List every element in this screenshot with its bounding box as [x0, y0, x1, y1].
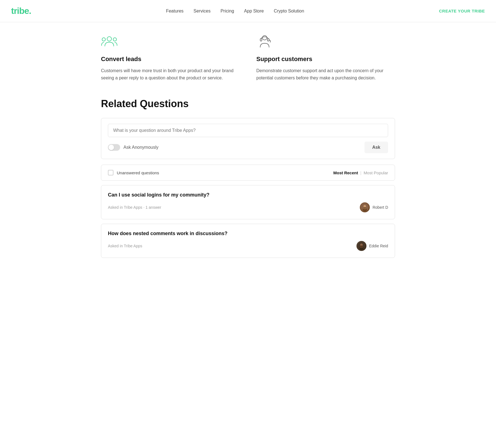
avatar-eddie — [356, 241, 366, 251]
question-meta-left-1: Asked in Tribe Apps · 1 answer — [108, 205, 161, 210]
anon-label: Ask Anonymously — [123, 145, 158, 150]
unanswered-label: Unanswered questions — [117, 170, 159, 175]
question-input[interactable] — [108, 124, 388, 137]
question-text-1: Can I use social logins for my community… — [108, 192, 388, 198]
people-icon — [101, 33, 118, 50]
svg-point-10 — [363, 207, 366, 209]
logo[interactable]: tribe. — [11, 6, 31, 16]
username-robert: Robert D — [373, 205, 388, 210]
svg-point-15 — [360, 246, 363, 248]
logo-dot: . — [29, 6, 31, 16]
toggle-knob — [108, 145, 114, 150]
question-meta-2: Asked in Tribe Apps Eddie Reid — [108, 241, 388, 251]
question-text-2: How does nested comments work in discuss… — [108, 231, 388, 236]
question-actions: Ask Anonymously Ask — [108, 142, 388, 153]
question-card-1[interactable]: Can I use social logins for my community… — [101, 185, 395, 219]
feature-support-customers-title: Support customers — [256, 56, 395, 63]
avatar-robert — [360, 202, 370, 212]
question-card-2[interactable]: How does nested comments work in discuss… — [101, 224, 395, 258]
feature-support-customers: Support customers Demonstrate customer s… — [256, 33, 395, 81]
question-meta-1: Asked in Tribe Apps · 1 answer Robert D — [108, 202, 388, 212]
main-content: Convert leads Customers will have more t… — [90, 22, 406, 279]
nav-item-services[interactable]: Services — [194, 9, 211, 14]
sort-most-popular[interactable]: Most Popular — [364, 170, 388, 175]
anon-row: Ask Anonymously — [108, 144, 158, 151]
logo-text: tribe — [11, 6, 29, 16]
username-eddie: Eddie Reid — [369, 244, 388, 248]
question-user-1: Robert D — [360, 202, 388, 212]
question-user-2: Eddie Reid — [356, 241, 388, 251]
ask-button[interactable]: Ask — [365, 142, 388, 153]
feature-section: Convert leads Customers will have more t… — [101, 33, 395, 81]
unanswered-checkbox[interactable] — [108, 170, 113, 175]
nav-item-features[interactable]: Features — [166, 9, 183, 14]
feature-support-customers-desc: Demonstrate customer support and act upo… — [256, 67, 395, 81]
related-questions-title: Related Questions — [101, 98, 395, 110]
svg-point-0 — [107, 37, 112, 41]
unanswered-row[interactable]: Unanswered questions — [108, 170, 159, 175]
feature-convert-leads-title: Convert leads — [101, 56, 240, 63]
main-nav: Features Services Pricing App Store Cryp… — [166, 9, 304, 14]
header: tribe. Features Services Pricing App Sto… — [0, 0, 496, 22]
anon-toggle[interactable] — [108, 144, 120, 151]
related-questions-section: Related Questions Ask Anonymously Ask Un… — [101, 98, 395, 258]
svg-point-3 — [262, 36, 267, 40]
headset-icon — [256, 33, 273, 50]
nav-item-appstore[interactable]: App Store — [244, 9, 264, 14]
question-meta-left-2: Asked in Tribe Apps — [108, 244, 142, 248]
nav-item-crypto[interactable]: Crypto Solution — [274, 9, 304, 14]
feature-convert-leads-desc: Customers will have more trust in both y… — [101, 67, 240, 81]
sort-most-recent[interactable]: Most Recent — [333, 170, 358, 175]
svg-rect-5 — [267, 39, 269, 41]
question-input-box: Ask Anonymously Ask — [101, 118, 395, 159]
sort-divider: | — [360, 170, 361, 175]
sort-options: Most Recent | Most Popular — [333, 170, 388, 175]
feature-convert-leads: Convert leads Customers will have more t… — [101, 33, 240, 81]
create-tribe-button[interactable]: CREATE YOUR TRIBE — [439, 9, 485, 13]
svg-point-1 — [102, 38, 105, 41]
nav-item-pricing[interactable]: Pricing — [221, 9, 234, 14]
filter-row: Unanswered questions Most Recent | Most … — [101, 165, 395, 181]
svg-point-2 — [113, 38, 117, 41]
svg-rect-4 — [260, 39, 262, 41]
